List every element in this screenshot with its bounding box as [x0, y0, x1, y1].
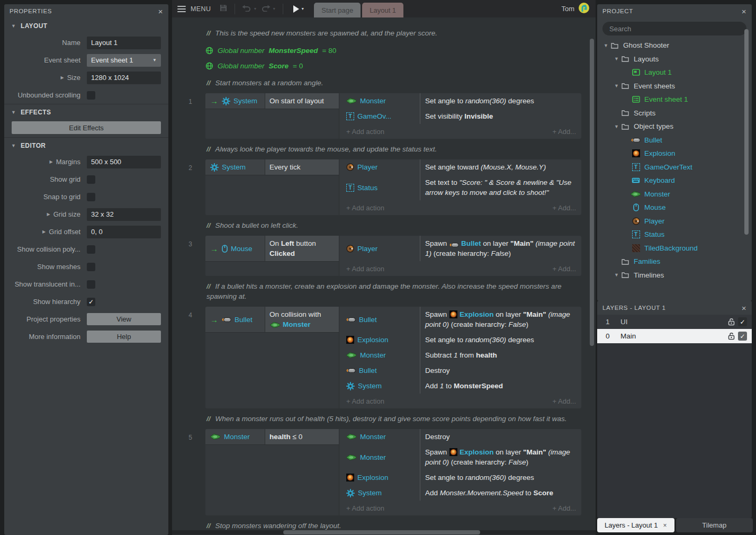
view-button[interactable]: View: [87, 313, 161, 325]
undo-button[interactable]: ▼: [242, 4, 257, 14]
unlock-icon[interactable]: [728, 318, 735, 326]
action-row[interactable]: PlayerSet angle toward (Mouse.X, Mouse.Y…: [339, 159, 581, 175]
action-row[interactable]: MonsterSet angle to random(360) degrees: [339, 93, 581, 109]
grid-size-field[interactable]: [87, 208, 161, 221]
condition-object-cell[interactable]: →Mouse: [205, 236, 265, 262]
tree-item-explosion[interactable]: Explosion: [597, 147, 752, 160]
search-input[interactable]: [602, 22, 746, 35]
collapse-triangle-icon[interactable]: ▼: [613, 124, 620, 129]
condition-object-cell[interactable]: →System: [205, 93, 265, 109]
expand-triangle-icon[interactable]: ▶: [47, 212, 50, 217]
add-action-link[interactable]: + Add action: [346, 504, 384, 512]
preview-button[interactable]: ▼: [290, 5, 304, 13]
event-block[interactable]: →BulletOn collision with MonsterBulletSp…: [205, 307, 581, 408]
add-action-link[interactable]: + Add action: [346, 204, 384, 212]
show-hierarchy-checkbox[interactable]: ✓: [87, 298, 95, 306]
section-header-effects[interactable]: ▼EFFECTS: [4, 104, 168, 120]
action-row[interactable]: MonsterSpawn Explosion on layer "Main" (…: [339, 444, 581, 470]
show-collision-poly--checkbox[interactable]: [87, 245, 95, 254]
section-header-editor[interactable]: ▼EDITOR: [4, 137, 168, 153]
snap-to-grid-checkbox[interactable]: [87, 193, 95, 201]
condition-object-cell[interactable]: Monster: [205, 429, 265, 445]
action-row[interactable]: PlayerSpawn Bullet on layer "Main" (imag…: [339, 236, 581, 261]
redo-button[interactable]: ▼: [261, 4, 276, 14]
add-action-link[interactable]: + Add action: [346, 128, 384, 136]
collapse-triangle-icon[interactable]: ▼: [613, 83, 620, 88]
add-link[interactable]: + Add...: [553, 128, 576, 136]
close-icon[interactable]: ×: [158, 7, 163, 15]
vertical-scrollbar-thumb[interactable]: [590, 39, 594, 346]
save-button[interactable]: [219, 4, 228, 14]
tree-item-event-sheet-1[interactable]: Event sheet 1: [597, 93, 752, 106]
add-link[interactable]: + Add...: [553, 204, 576, 212]
unlock-icon[interactable]: [728, 332, 735, 340]
add-link[interactable]: + Add...: [553, 265, 576, 273]
action-row[interactable]: ExplosionSet angle to random(360) degree…: [339, 470, 581, 485]
action-row[interactable]: TStatusSet text to "Score: " & Score & n…: [339, 175, 581, 200]
condition-object-cell[interactable]: →Bullet: [205, 307, 265, 333]
event-block[interactable]: SystemEvery tickPlayerSet angle toward (…: [205, 159, 581, 215]
section-header-layout[interactable]: ▼LAYOUT: [4, 18, 168, 34]
condition-text-cell[interactable]: On collision with Monster: [265, 307, 339, 333]
collapse-triangle-icon[interactable]: ▼: [613, 56, 620, 61]
event-sheet-dropdown[interactable]: Event sheet 1▼: [87, 54, 161, 67]
close-icon[interactable]: ×: [742, 304, 746, 312]
show-grid-checkbox[interactable]: [87, 175, 95, 184]
tree-item-timelines[interactable]: ▼Timelines: [597, 269, 752, 282]
tree-item-gameovertext[interactable]: TGameOverText: [597, 160, 752, 174]
expand-triangle-icon[interactable]: ▶: [42, 229, 46, 234]
action-row[interactable]: TGameOv...Set visibility Invisible: [339, 109, 581, 124]
layer-row-ui[interactable]: 1UI✓: [597, 315, 752, 329]
add-action-link[interactable]: + Add action: [346, 397, 384, 405]
user-area[interactable]: Tom: [561, 3, 596, 15]
tree-item-bullet[interactable]: Bullet: [597, 133, 752, 147]
action-row[interactable]: MonsterSubtract 1 from health: [339, 347, 581, 363]
tab-start-page[interactable]: Start page: [314, 3, 361, 17]
action-row[interactable]: BulletSpawn Explosion on layer "Main" (i…: [339, 307, 581, 332]
tree-item-object-types[interactable]: ▼Object types: [597, 120, 752, 133]
tree-item-keyboard[interactable]: Keyboard: [597, 174, 752, 188]
tree-item-status[interactable]: TStatus: [597, 228, 752, 242]
close-icon[interactable]: ×: [742, 7, 746, 15]
hamburger-menu-icon[interactable]: [177, 6, 186, 12]
event-block[interactable]: →MouseOn Left button ClickedPlayerSpawn …: [205, 236, 581, 276]
horizontal-scrollbar-thumb[interactable]: [283, 530, 480, 534]
grid-offset-field[interactable]: [87, 226, 161, 238]
action-row[interactable]: ExplosionSet angle to random(360) degree…: [339, 332, 581, 347]
condition-text-cell[interactable]: On Left button Clicked: [265, 236, 339, 262]
action-row[interactable]: SystemAdd Monster.Movement.Speed to Scor…: [339, 485, 581, 501]
add-action-link[interactable]: + Add action: [346, 265, 384, 273]
action-row[interactable]: MonsterDestroy: [339, 429, 581, 444]
tab-layout-1[interactable]: Layout 1: [362, 3, 403, 17]
add-link[interactable]: + Add...: [553, 397, 576, 405]
layer-visible-checkbox[interactable]: ✓: [738, 332, 747, 341]
tree-item-families[interactable]: Families: [597, 255, 752, 269]
collapse-triangle-icon[interactable]: ▼: [613, 272, 620, 278]
global-variable[interactable]: Global numberScore= 0: [205, 59, 596, 73]
event-block[interactable]: →SystemOn start of layoutMonsterSet angl…: [205, 93, 581, 139]
condition-text-cell[interactable]: On start of layout: [265, 93, 339, 109]
panel-tab-layers-layout-1[interactable]: Layers - Layout 1×: [597, 518, 674, 532]
collapse-triangle-icon[interactable]: ▼: [602, 43, 609, 48]
name-field[interactable]: [87, 37, 161, 49]
action-row[interactable]: BulletDestroy: [339, 363, 581, 378]
size-field[interactable]: [87, 72, 161, 84]
tree-item-player[interactable]: Player: [597, 215, 752, 228]
event-block[interactable]: Monsterhealth ≤ 0MonsterDestroyMonsterSp…: [205, 429, 581, 515]
tree-item-mouse[interactable]: Mouse: [597, 201, 752, 215]
show-meshes-checkbox[interactable]: [87, 263, 95, 271]
close-icon[interactable]: ×: [663, 522, 667, 529]
panel-tab-tilemap[interactable]: Tilemap: [676, 518, 753, 532]
margins-field[interactable]: [87, 156, 161, 168]
action-row[interactable]: SystemAdd 1 to MonsterSpeed: [339, 378, 581, 394]
tree-item-layouts[interactable]: ▼Layouts: [597, 52, 752, 66]
project-scrollbar-thumb[interactable]: [744, 29, 749, 235]
tree-item-scripts[interactable]: Scripts: [597, 106, 752, 120]
condition-object-cell[interactable]: System: [205, 159, 265, 175]
add-link[interactable]: + Add...: [553, 504, 576, 512]
unbounded-scrolling-checkbox[interactable]: [87, 91, 95, 100]
expand-triangle-icon[interactable]: ▶: [61, 75, 64, 80]
tree-item-event-sheets[interactable]: ▼Event sheets: [597, 79, 752, 93]
tree-item-tiledbackground[interactable]: TiledBackground: [597, 242, 752, 255]
tree-item-layout-1[interactable]: Layout 1: [597, 66, 752, 79]
